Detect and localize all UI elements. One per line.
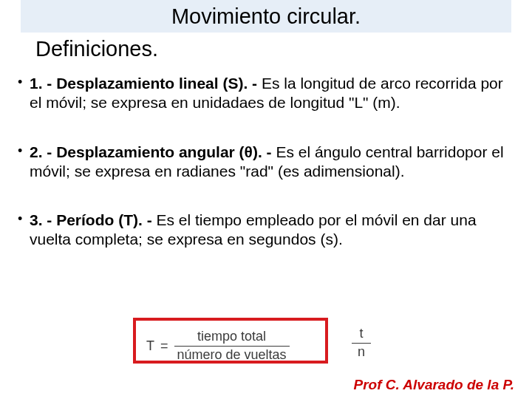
bullet-item: 2. - Desplazamiento angular (θ). - Es el… (15, 143, 514, 182)
formula-lhs: T (146, 338, 154, 354)
formula-short-fraction: t n (352, 327, 371, 360)
formula-denominator: número de vueltas (174, 347, 290, 363)
bullet-lead: 1. - Desplazamiento lineal (S). - (30, 75, 262, 92)
bullet-item: 3. - Período (T). - Es el tiempo emplead… (15, 211, 514, 250)
formula-equals: = (160, 338, 168, 354)
bullet-lead: 2. - Desplazamiento angular (θ). - (30, 143, 276, 160)
formula-short-numerator: t (359, 327, 363, 341)
formula-numerator: tiempo total (194, 330, 269, 346)
author-footer: Prof C. Alvarado de la P. (353, 377, 514, 393)
slide-title: Movimiento circular. (171, 4, 361, 29)
title-band: Movimiento circular. (21, 0, 511, 33)
bullet-list: 1. - Desplazamiento lineal (S). - Es la … (15, 74, 514, 279)
slide-subtitle: Definiciones. (35, 37, 158, 61)
fraction-bar (352, 343, 371, 344)
formula-short-denominator: n (358, 345, 365, 360)
formula-highlight-box: T = tiempo total número de vueltas (133, 318, 328, 364)
bullet-item: 1. - Desplazamiento lineal (S). - Es la … (15, 74, 514, 113)
formula-main: T = tiempo total número de vueltas (146, 330, 290, 363)
formula-zone: T = tiempo total número de vueltas t n (133, 318, 414, 366)
formula-fraction: tiempo total número de vueltas (174, 330, 290, 363)
bullet-lead: 3. - Período (T). - (30, 211, 157, 228)
